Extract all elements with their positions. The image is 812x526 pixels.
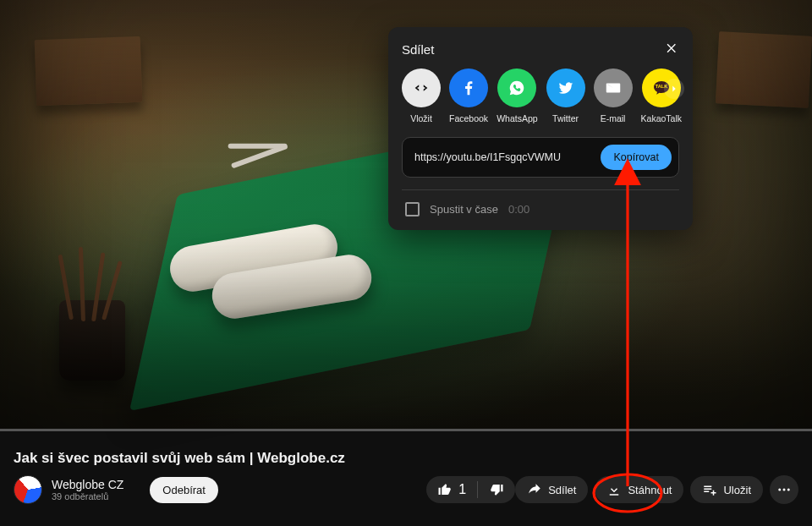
channel-name[interactable]: Webglobe CZ	[52, 478, 123, 491]
share-option-embed[interactable]: Vložit	[402, 68, 441, 123]
more-actions-button[interactable]	[770, 475, 798, 504]
share-url[interactable]: https://youtu.be/I1FsgqcVWMU	[414, 151, 592, 163]
save-label: Uložit	[723, 484, 751, 496]
share-option-label: Twitter	[552, 113, 579, 123]
like-count: 1	[458, 482, 466, 497]
download-button[interactable]: Stáhnout	[595, 476, 683, 503]
share-option-label: Vložit	[410, 113, 432, 123]
share-options-row: Vložit Facebook WhatsApp Twitter	[402, 68, 679, 123]
dialog-title: Sdílet	[402, 42, 679, 57]
download-icon	[606, 482, 622, 497]
share-option-whatsapp[interactable]: WhatsApp	[497, 68, 537, 123]
like-dislike-group: 1	[426, 476, 515, 503]
like-button[interactable]: 1	[426, 476, 477, 503]
share-icon	[527, 482, 542, 497]
save-button[interactable]: Uložit	[690, 476, 763, 503]
playlist-add-icon	[702, 482, 717, 497]
share-scroll-next[interactable]	[664, 79, 684, 99]
embed-icon	[412, 79, 431, 97]
download-label: Stáhnout	[628, 484, 672, 496]
channel-avatar[interactable]	[14, 475, 42, 504]
twitter-icon	[557, 79, 574, 96]
share-option-email[interactable]: E-mail	[594, 68, 633, 123]
share-option-facebook[interactable]: Facebook	[449, 68, 488, 123]
whatsapp-icon	[508, 79, 526, 97]
share-button[interactable]: Sdílet	[515, 476, 588, 503]
share-dialog: Sdílet Vložit Facebook WhatsApp	[388, 27, 693, 230]
email-icon	[604, 79, 623, 97]
video-progress[interactable]	[0, 429, 812, 431]
share-option-label: Facebook	[449, 113, 488, 123]
divider	[402, 189, 679, 190]
video-meta: Jak si švec postavil svůj web sám | Webg…	[0, 440, 812, 504]
share-url-row: https://youtu.be/I1FsgqcVWMU Kopírovat	[402, 137, 679, 178]
copy-link-button[interactable]: Kopírovat	[601, 145, 672, 170]
start-at-checkbox[interactable]	[405, 202, 420, 216]
close-icon	[665, 41, 678, 55]
svg-point-5	[787, 489, 790, 491]
facebook-icon	[459, 79, 478, 97]
svg-point-3	[778, 489, 781, 491]
more-horizontal-icon	[776, 482, 792, 497]
subscribe-button[interactable]: Odebírat	[150, 477, 218, 503]
video-title: Jak si švec postavil svůj web sám | Webg…	[14, 450, 798, 467]
dislike-button[interactable]	[478, 476, 515, 503]
close-button[interactable]	[661, 37, 683, 59]
thumbs-down-icon	[489, 482, 504, 497]
share-option-twitter[interactable]: Twitter	[546, 68, 585, 123]
start-at-label: Spustit v čase	[430, 203, 498, 216]
share-option-label: WhatsApp	[497, 113, 537, 123]
chevron-right-icon	[668, 83, 680, 95]
start-at-time: 0:00	[508, 203, 529, 216]
subscriber-count: 39 odběratelů	[52, 491, 123, 501]
start-at-row: Spustit v čase 0:00	[402, 202, 679, 216]
thumbs-up-icon	[437, 482, 453, 497]
svg-point-4	[783, 489, 786, 491]
channel-block: Webglobe CZ 39 odběratelů Odebírat	[14, 475, 218, 504]
share-option-label: E-mail	[601, 113, 626, 123]
share-option-label: KakaoTalk	[641, 113, 682, 123]
share-label: Sdílet	[548, 484, 576, 496]
